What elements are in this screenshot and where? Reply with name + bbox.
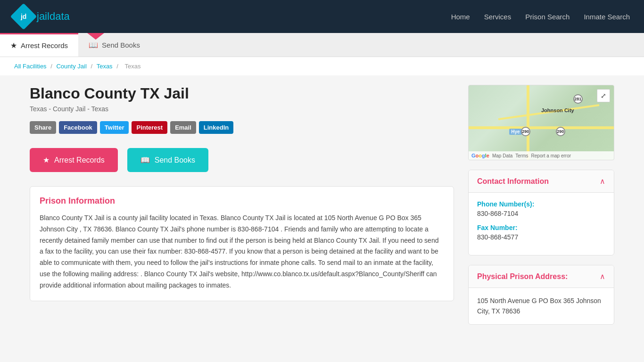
nav-inmate-search[interactable]: Inmate Search [584,13,630,21]
star-icon: ★ [10,41,17,50]
breadcrumb-county-jail[interactable]: County Jail [56,63,86,70]
map-container: Johnson City Hye 290 290 281 ⤢ Google Ma… [468,85,614,160]
address-card-header: Physical Prison Address: ∧ [469,265,614,288]
prison-info-card: Prison Information Blanco County TX Jail… [30,186,454,301]
address-card-title: Physical Prison Address: [477,272,568,281]
header: jd jaildata Home Services Prison Search … [0,0,644,33]
tab-arrest-records[interactable]: ★ Arrest Records [0,33,78,57]
email-button[interactable]: Email [170,121,196,134]
nav-home[interactable]: Home [451,13,470,21]
phone-label: Phone Number(s): [477,200,605,208]
address-value: 105 North Avenue G PO Box 365 Johnson Ci… [477,297,601,315]
map-terms-label: Terms [515,153,528,158]
pinterest-button[interactable]: Pinterest [132,121,167,134]
breadcrumb-all-facilities[interactable]: All Facilities [14,63,47,70]
map-image: Johnson City Hye 290 290 281 ⤢ Google Ma… [469,85,614,160]
book-icon: 📖 [89,41,98,49]
map-road-horizontal [469,126,614,129]
main-content: Blanco County TX Jail Texas - County Jai… [16,75,628,334]
address-collapse-icon[interactable]: ∧ [600,272,605,281]
breadcrumb-texas-link[interactable]: Texas [97,63,113,70]
send-books-label: Send Books [155,156,195,165]
map-badge-281: 281 [573,94,583,104]
facebook-button[interactable]: Facebook [59,121,97,134]
fax-label: Fax Number: [477,224,605,231]
fax-value: 830-868-4577 [477,233,605,241]
map-expand-button[interactable]: ⤢ [597,89,610,102]
arrest-records-button[interactable]: ★ Arrest Records [30,148,118,172]
page-subtitle: Texas - County Jail - Texas [30,105,454,113]
prison-info-title: Prison Information [40,196,444,206]
google-logo: Google [471,153,489,158]
page-title: Blanco County TX Jail [30,85,454,102]
social-share-bar: Share Facebook Twitter Pinterest Email L… [30,121,454,134]
phone-value: 830-868-7104 [477,210,605,217]
right-column: Johnson City Hye 290 290 281 ⤢ Google Ma… [468,85,614,325]
contact-card-header: Contact Information ∧ [469,170,614,193]
contact-info-card: Contact Information ∧ Phone Number(s): 8… [468,170,614,255]
contact-collapse-icon[interactable]: ∧ [600,177,605,186]
address-card-body: 105 North Avenue G PO Box 365 Johnson Ci… [469,288,614,324]
map-error-label: Report a map error [531,153,571,158]
contact-card-title: Contact Information [477,177,549,186]
send-books-book-icon: 📖 [140,156,150,165]
logo-icon: jd [10,3,37,30]
nav-prison-search[interactable]: Prison Search [525,13,570,21]
action-buttons: ★ Arrest Records 📖 Send Books [30,148,454,172]
address-card: Physical Prison Address: ∧ 105 North Ave… [468,265,614,325]
prison-info-text: Blanco County TX Jail is a county jail f… [40,213,444,291]
share-button[interactable]: Share [30,121,56,134]
breadcrumb-sep-3: / [116,63,120,70]
send-books-button[interactable]: 📖 Send Books [127,148,208,172]
tab-arrest-label: Arrest Records [21,41,68,49]
arrest-star-icon: ★ [43,156,50,165]
logo-text: jaildata [37,10,70,23]
map-badge-290b: 290 [556,127,565,136]
breadcrumb-texas-current: Texas [124,63,140,70]
left-column: Blanco County TX Jail Texas - County Jai… [30,85,454,325]
map-data-label: Map Data [492,153,512,158]
main-nav: Home Services Prison Search Inmate Searc… [451,13,630,21]
map-road-vertical [527,85,529,160]
map-footer: Google Map Data Terms Report a map error [469,151,614,160]
twitter-button[interactable]: Twitter [100,121,129,134]
map-city-label: Johnson City [541,107,574,113]
linkedin-button[interactable]: LinkedIn [199,121,233,134]
logo-area: jd jaildata [14,7,70,26]
breadcrumb: All Facilities / County Jail / Texas / T… [0,57,644,75]
contact-card-body: Phone Number(s): 830-868-7104 Fax Number… [469,193,614,255]
tab-bar: ★ Arrest Records 📖 Send Books [0,33,644,57]
tab-send-books[interactable]: 📖 Send Books [78,33,150,57]
tab-send-books-label: Send Books [102,41,140,49]
map-hye-label: Hye [509,129,521,135]
logo-jd-text: jd [21,13,26,20]
breadcrumb-sep-1: / [50,63,54,70]
arrest-records-label: Arrest Records [54,156,105,165]
nav-services[interactable]: Services [484,13,512,21]
breadcrumb-sep-2: / [91,63,94,70]
